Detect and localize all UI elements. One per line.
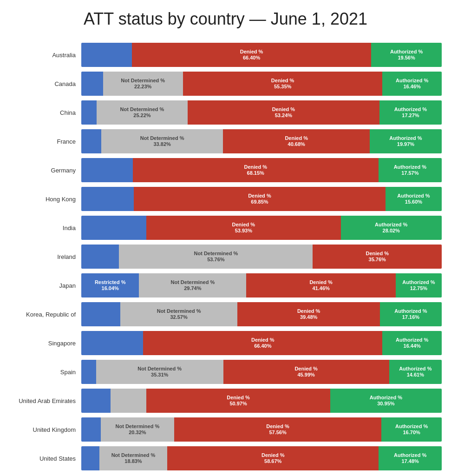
segment-value-text: 66.40% (254, 343, 271, 349)
segment-value-text: 16.46% (403, 84, 420, 90)
bar-segment-authorized: Authorized %16.70% (381, 417, 442, 442)
segment-value-text: 30.95% (377, 401, 394, 407)
segment-value-text: 35.31% (151, 372, 168, 378)
bar-segment-authorized: Authorized %17.57% (379, 158, 442, 182)
segment-value-text: 12.75% (410, 285, 427, 291)
bar-segment-denied: Denied %66.40% (132, 43, 371, 67)
bar-segment-denied: Denied %35.76% (313, 245, 441, 269)
segment-value-text: 28.02% (383, 228, 400, 234)
segment-label-text: Authorized % (375, 222, 407, 228)
segment-label-text: Authorized % (396, 78, 428, 84)
bar-segment-restricted (81, 389, 111, 413)
bar-segment-not_determined (111, 389, 147, 413)
bar-segment-authorized: Authorized %12.75% (396, 273, 442, 298)
bar-segment-denied: Denied %55.35% (183, 72, 382, 96)
country-label: France (9, 138, 81, 145)
bar-segment-restricted (81, 446, 99, 470)
bar: Not Determined %25.22%Denied %53.24%Auth… (81, 100, 442, 125)
bar-segment-not_determined: Not Determined %22.23% (103, 72, 183, 96)
segment-label-text: Restricted % (95, 279, 126, 285)
segment-value-text: 18.83% (124, 458, 142, 464)
bar-segment-denied: Denied %39.48% (237, 302, 379, 326)
chart-row: United KingdomNot Determined %20.32%Deni… (9, 417, 442, 442)
bar: Not Determined %18.83%Denied %58.67%Auth… (81, 446, 442, 470)
bar-segment-denied: Denied %40.68% (223, 129, 370, 153)
segment-label-text: Denied % (297, 308, 320, 314)
chart-row: CanadaNot Determined %22.23%Denied %55.3… (9, 72, 442, 96)
segment-value-text: 17.48% (401, 458, 418, 464)
segment-label-text: Not Determined % (157, 308, 201, 314)
bar: Not Determined %35.31%Denied %45.99%Auth… (81, 360, 442, 384)
country-label: Singapore (9, 340, 81, 347)
segment-label-text: Denied % (266, 423, 289, 430)
segment-value-text: 25.22% (133, 112, 150, 119)
segment-value-text: 53.76% (207, 257, 224, 263)
bar-segment-restricted (81, 187, 134, 211)
segment-label-text: Denied % (294, 366, 318, 372)
segment-value-text: 15.60% (405, 199, 422, 205)
bar-segment-denied: Denied %57.56% (174, 417, 382, 442)
bar-segment-not_determined: Not Determined %29.74% (139, 273, 246, 298)
bar-segment-authorized: Authorized %15.60% (386, 187, 442, 211)
chart-row: IrelandNot Determined %53.76%Denied %35.… (9, 245, 442, 269)
chart-row: SingaporeDenied %66.40%Authorized %16.44… (9, 331, 442, 355)
segment-value-text: 45.99% (297, 372, 314, 378)
chart-container: AustraliaDenied %66.40%Authorized %19.56… (5, 43, 446, 475)
segment-value-text: 35.76% (369, 257, 386, 263)
bar-segment-authorized: Authorized %14.61% (389, 360, 442, 384)
segment-value-text: 53.93% (235, 228, 252, 234)
segment-value-text: 29.74% (184, 285, 201, 291)
segment-label-text: Authorized % (394, 106, 427, 112)
segment-label-text: Denied % (232, 222, 255, 228)
segment-value-text: 17.27% (402, 112, 419, 119)
bar: Not Determined %32.57%Denied %39.48%Auth… (81, 302, 442, 326)
segment-value-text: 16.70% (403, 430, 420, 436)
bar: Not Determined %53.76%Denied %35.76% (81, 245, 442, 269)
bar: Denied %53.93%Authorized %28.02% (81, 216, 442, 240)
segment-value-text: 32.57% (170, 314, 187, 320)
segment-value-text: 33.82% (153, 141, 170, 147)
segment-label-text: Denied % (285, 135, 308, 141)
bar-segment-denied: Denied %69.85% (134, 187, 386, 211)
bar-segment-restricted (81, 129, 101, 153)
bar-segment-authorized: Authorized %17.16% (380, 302, 442, 326)
bar-segment-not_determined: Not Determined %33.82% (101, 129, 223, 153)
bar-segment-restricted (81, 331, 143, 355)
bar-segment-authorized: Authorized %19.56% (371, 43, 442, 67)
bar-segment-not_determined: Not Determined %32.57% (120, 302, 238, 326)
bar: Denied %68.15%Authorized %17.57% (81, 158, 442, 182)
segment-label-text: Denied % (251, 337, 275, 343)
segment-label-text: Authorized % (394, 164, 426, 170)
segment-label-text: Not Determined % (137, 366, 182, 372)
segment-value-text: 17.16% (402, 314, 419, 320)
country-label: United Kingdom (9, 426, 81, 433)
segment-value-text: 22.23% (134, 84, 151, 90)
chart-row: IndiaDenied %53.93%Authorized %28.02% (9, 216, 442, 240)
country-label: United Arab Emirates (9, 397, 81, 404)
country-label: United States (9, 455, 81, 462)
segment-label-text: Denied % (261, 452, 285, 458)
bar: Not Determined %20.32%Denied %57.56%Auth… (81, 417, 442, 442)
chart-row: Hong KongDenied %69.85%Authorized %15.60… (9, 187, 442, 211)
chart-row: SpainNot Determined %35.31%Denied %45.99… (9, 360, 442, 384)
bar-segment-restricted (81, 302, 120, 326)
country-label: Australia (9, 52, 81, 59)
bar-segment-restricted (81, 72, 103, 96)
bar-segment-denied: Denied %45.99% (223, 360, 389, 384)
bar-segment-denied: Denied %68.15% (133, 158, 379, 182)
segment-label-text: Denied % (227, 395, 250, 401)
segment-value-text: 55.35% (274, 84, 291, 90)
bar: Denied %69.85%Authorized %15.60% (81, 187, 442, 211)
bar-segment-authorized: Authorized %16.46% (382, 72, 442, 96)
bar-segment-restricted (81, 417, 101, 442)
segment-label-text: Authorized % (395, 423, 428, 430)
segment-label-text: Denied % (244, 164, 267, 170)
bar: Not Determined %33.82%Denied %40.68%Auth… (81, 129, 442, 153)
bar: Denied %66.40%Authorized %16.44% (81, 331, 442, 355)
bar: Restricted %16.04%Not Determined %29.74%… (81, 273, 442, 298)
segment-label-text: Denied % (248, 193, 271, 199)
segment-label-text: Authorized % (402, 279, 435, 285)
chart-row: GermanyDenied %68.15%Authorized %17.57% (9, 158, 442, 182)
segment-value-text: 19.56% (398, 55, 415, 61)
bar-segment-not_determined: Not Determined %35.31% (96, 360, 223, 384)
